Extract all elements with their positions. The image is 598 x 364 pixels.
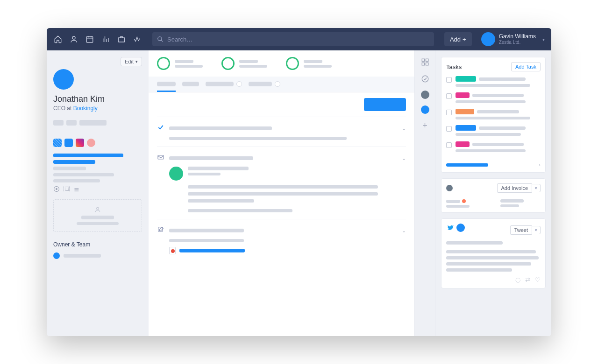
svg-point-3 <box>158 37 162 41</box>
check-circle-icon[interactable] <box>420 74 430 84</box>
task-checkbox[interactable] <box>446 126 452 132</box>
tasks-title: Tasks <box>446 63 462 70</box>
add-related[interactable] <box>53 199 142 232</box>
task-checkbox[interactable] <box>446 142 452 148</box>
detail-link[interactable] <box>53 154 123 157</box>
social-icon[interactable] <box>64 139 73 147</box>
tab-activity[interactable] <box>157 81 176 92</box>
stat-widget[interactable] <box>157 57 203 70</box>
check-icon <box>157 124 164 133</box>
tab-item[interactable] <box>249 81 280 92</box>
tweet-button[interactable]: Tweet <box>510 225 532 235</box>
tweet-content <box>446 241 541 272</box>
email-body-line <box>188 209 292 212</box>
task-item[interactable] <box>446 76 541 87</box>
task-checkbox[interactable] <box>446 77 452 83</box>
task-meta <box>456 117 530 119</box>
tag-chip[interactable] <box>53 120 64 126</box>
attachment[interactable] <box>157 247 406 254</box>
task-title <box>472 143 524 146</box>
pdf-icon <box>169 247 176 254</box>
tab-label <box>249 82 272 86</box>
tasks-footer-link[interactable]: › <box>446 158 541 168</box>
task-title <box>479 77 526 81</box>
tag-row <box>53 120 142 126</box>
contact-subtitle: CEO at Bookingly <box>53 105 142 112</box>
social-icon[interactable] <box>53 139 62 147</box>
apps-icon[interactable] <box>420 57 430 67</box>
location-actions: ⦿ ⿴ ≣ <box>53 185 142 193</box>
status-dot-icon <box>462 199 466 203</box>
feed-text <box>169 137 347 140</box>
chevron-down-icon: ▾ <box>135 59 138 64</box>
reply-icon[interactable]: ◌ <box>515 276 520 283</box>
company-link[interactable]: Bookingly <box>73 105 98 112</box>
rail-avatar[interactable] <box>421 91 429 99</box>
task-meta <box>456 133 521 136</box>
task-item[interactable] <box>446 125 541 136</box>
retweet-icon[interactable]: ⇄ <box>525 276 530 283</box>
task-item[interactable] <box>446 92 541 103</box>
stat-value <box>239 65 267 68</box>
task-tag <box>456 92 470 98</box>
progress-ring-icon <box>221 57 235 70</box>
task-meta <box>456 149 526 152</box>
activity-icon[interactable] <box>133 35 142 44</box>
social-links <box>53 139 142 147</box>
tab-label <box>206 82 234 86</box>
primary-action-button[interactable] <box>364 98 406 111</box>
expand-toggle[interactable]: ⌄ <box>402 155 406 161</box>
add-task-button[interactable]: Add Task <box>511 62 541 71</box>
svg-rect-10 <box>426 63 428 65</box>
tab-item[interactable] <box>206 81 242 92</box>
like-icon[interactable]: ♡ <box>535 276 541 283</box>
add-invoice-dropdown[interactable]: ▾ <box>532 184 541 192</box>
add-invoice-button[interactable]: Add Invoice <box>497 183 532 193</box>
chevron-right-icon: › <box>539 162 541 168</box>
briefcase-icon[interactable] <box>117 35 126 44</box>
tag-chip[interactable] <box>79 120 107 126</box>
user-meta: Gavin Williams Zestia Ltd. <box>499 34 536 45</box>
email-body-line <box>188 192 378 196</box>
task-checkbox[interactable] <box>446 93 452 99</box>
tab-item[interactable] <box>182 81 199 92</box>
add-button[interactable]: Add+ <box>444 32 472 46</box>
home-icon[interactable] <box>53 35 63 44</box>
search-icon <box>157 36 164 42</box>
inv-label <box>446 200 460 203</box>
user-menu[interactable]: Gavin Williams Zestia Ltd. ▾ <box>481 32 545 46</box>
feed-text <box>169 239 244 242</box>
rail-avatar[interactable] <box>421 105 429 114</box>
stat-widget[interactable] <box>286 57 332 70</box>
edit-button[interactable]: Edit▾ <box>121 57 142 66</box>
owner-avatar <box>53 252 60 259</box>
twitter-avatar <box>456 224 465 232</box>
task-title <box>479 126 526 130</box>
widget-rail: + <box>415 50 435 336</box>
task-checkbox[interactable] <box>446 110 452 115</box>
email-body-line <box>188 199 254 203</box>
tag-chip[interactable] <box>66 120 77 126</box>
map-icon[interactable]: ⿴ <box>64 185 70 193</box>
tab-label <box>182 82 199 86</box>
detail-link[interactable] <box>53 160 95 164</box>
social-icon[interactable] <box>87 139 95 147</box>
search-input[interactable] <box>167 36 429 43</box>
task-item[interactable] <box>446 141 541 152</box>
tweet-dropdown[interactable]: ▾ <box>532 226 541 234</box>
search-field[interactable] <box>152 32 434 46</box>
contacts-icon[interactable] <box>69 35 78 44</box>
pin-icon[interactable]: ⦿ <box>53 185 60 193</box>
expand-toggle[interactable]: ⌄ <box>402 126 406 132</box>
contact-name: Jonathan Kim <box>53 94 142 104</box>
calendar-icon[interactable] <box>85 35 94 44</box>
reports-icon[interactable] <box>101 35 110 44</box>
expand-toggle[interactable]: ⌄ <box>402 228 406 234</box>
detail-text <box>53 167 86 170</box>
task-item[interactable] <box>446 109 541 119</box>
stat-widget[interactable] <box>221 57 267 70</box>
social-icon[interactable] <box>76 139 84 147</box>
owner-row[interactable] <box>53 252 142 259</box>
list-icon[interactable]: ≣ <box>74 185 79 193</box>
add-widget-icon[interactable]: + <box>420 120 430 131</box>
